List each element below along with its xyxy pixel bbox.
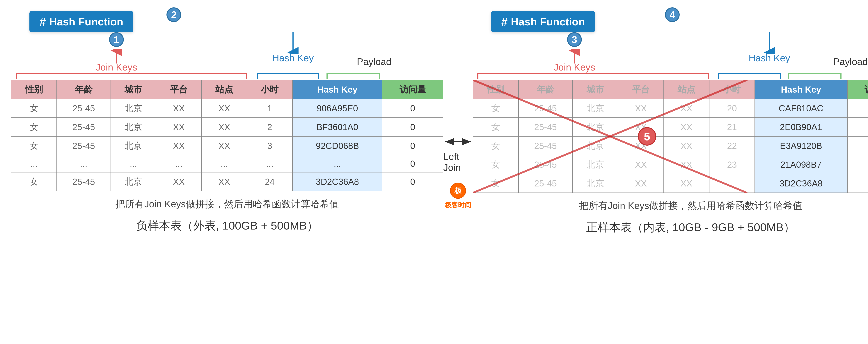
right-bottom-label: 正样本表（内表, 10GB - 9GB + 500MB） xyxy=(586,220,795,235)
left-table-cell: XX xyxy=(202,118,247,136)
middle-panel: Left Join 极 极客时间 xyxy=(443,7,473,228)
right-table-row: 女25-45北京XXXX20CAF810AC5289 xyxy=(473,99,868,118)
left-table-cell: 906A95E0 xyxy=(292,99,382,118)
left-table-cell: ... xyxy=(11,155,57,172)
right-table-cell: XX xyxy=(618,99,664,118)
left-table-cell: 女 xyxy=(11,99,57,118)
left-table-cell: 0 xyxy=(382,172,443,191)
right-table-cell: XX xyxy=(664,174,709,193)
left-payload-label: Payload xyxy=(357,56,392,67)
left-panel: # Hash Function 2 1 xyxy=(11,7,443,233)
right-table-cell: 25-45 xyxy=(519,99,572,118)
left-table-row: 女25-45北京XXXX243D2C36A80 xyxy=(11,172,443,191)
right-table-cell: XX xyxy=(664,155,709,174)
left-col-visits: 访问量 xyxy=(382,80,443,99)
left-hash-function-label: Hash Function xyxy=(49,16,123,28)
right-col-city: 城市 xyxy=(572,80,618,99)
left-table-cell: ... xyxy=(111,155,156,172)
left-table-cell: XX xyxy=(156,99,202,118)
step2-circle: 2 xyxy=(166,7,181,22)
right-table-wrapper: 性别 年龄 城市 平台 站点 小时 Hash Key 访问量 女25-45北京X… xyxy=(473,80,868,193)
left-table-cell: XX xyxy=(156,118,202,136)
right-col-gender: 性别 xyxy=(473,80,519,99)
left-table-cell: ... xyxy=(292,155,382,172)
left-caption: 把所有Join Keys做拼接，然后用哈希函数计算哈希值 xyxy=(116,198,339,210)
right-table-cell: 25-45 xyxy=(519,174,572,193)
main-container: # Hash Function 2 1 xyxy=(0,0,868,344)
right-table-cell: 北京 xyxy=(572,99,618,118)
left-table-row: 女25-45北京XXXX1906A95E00 xyxy=(11,99,443,118)
left-table-cell: ... xyxy=(247,155,292,172)
right-table-cell: 女 xyxy=(473,136,519,155)
left-table-cell: 92CD068B xyxy=(292,136,382,155)
left-table-cell: 0 xyxy=(382,155,443,172)
brand-area: 极 极客时间 xyxy=(445,182,471,210)
right-col-station: 站点 xyxy=(664,80,709,99)
left-table-header-row: 性别 年龄 城市 平台 站点 小时 Hash Key 访问量 xyxy=(11,80,443,99)
left-table-cell: ... xyxy=(156,155,202,172)
left-table-cell: XX xyxy=(156,136,202,155)
right-table-cell: XX xyxy=(618,155,664,174)
left-join-label: Left Join xyxy=(443,151,473,173)
right-table-cell: 1320 xyxy=(847,174,868,193)
right-table-cell: 3D2C36A8 xyxy=(755,174,847,193)
left-table-cell: XX xyxy=(202,136,247,155)
right-table-cell: 女 xyxy=(473,99,519,118)
right-col-platform: 平台 xyxy=(618,80,664,99)
right-hash-function-box: # Hash Function xyxy=(491,11,595,32)
left-col-gender: 性别 xyxy=(11,80,57,99)
right-table-cell: 女 xyxy=(473,118,519,136)
right-table-row: 女25-45北京XXXX212E0B90A16923 xyxy=(473,118,868,136)
right-table-cell: 北京 xyxy=(572,136,618,155)
left-table-cell: 25-45 xyxy=(57,118,111,136)
left-join-arrow xyxy=(443,136,473,147)
right-table-header-row: 性别 年龄 城市 平台 站点 小时 Hash Key 访问量 xyxy=(473,80,868,99)
right-table-cell: 25-45 xyxy=(519,136,572,155)
right-table-cell: 3123 xyxy=(847,155,868,174)
right-hash-icon: # xyxy=(501,15,507,28)
left-table-cell: 北京 xyxy=(111,99,156,118)
left-table-cell: 24 xyxy=(247,172,292,191)
down-arrow-svg xyxy=(287,32,299,54)
right-table-cell: 23 xyxy=(709,155,755,174)
left-col-age: 年龄 xyxy=(57,80,111,99)
right-hash-key-label: Hash Key xyxy=(749,53,790,63)
left-table-cell: ... xyxy=(202,155,247,172)
svg-text:极: 极 xyxy=(454,187,462,195)
right-table-cell: 20 xyxy=(709,99,755,118)
right-table-cell: 22 xyxy=(709,136,755,155)
left-table-cell: 3D2C36A8 xyxy=(292,172,382,191)
right-table-row: 女25-45北京XXXX2321A098B73123 xyxy=(473,155,868,174)
right-col-age: 年龄 xyxy=(519,80,572,99)
left-table-cell: 3 xyxy=(247,136,292,155)
left-table-cell: 2 xyxy=(247,118,292,136)
left-col-hour: 小时 xyxy=(247,80,292,99)
right-payload-label: Payload xyxy=(833,56,868,67)
left-table-cell: 北京 xyxy=(111,118,156,136)
left-table-row: .....................0 xyxy=(11,155,443,172)
left-table-cell: XX xyxy=(156,172,202,191)
brand-label: 极客时间 xyxy=(445,201,471,210)
left-col-hashkey: Hash Key xyxy=(292,80,382,99)
left-table-cell: 女 xyxy=(11,136,57,155)
right-caption: 把所有Join Keys做拼接，然后用哈希函数计算哈希值 xyxy=(579,199,802,212)
left-table-cell: 北京 xyxy=(111,136,156,155)
left-col-platform: 平台 xyxy=(156,80,202,99)
left-data-table: 性别 年龄 城市 平台 站点 小时 Hash Key 访问量 女25-45北京X… xyxy=(11,80,443,191)
right-col-visits: 访问量 xyxy=(847,80,868,99)
right-table-cell: 6923 xyxy=(847,118,868,136)
step1-circle: 1 xyxy=(109,32,124,47)
left-table-cell: 1 xyxy=(247,99,292,118)
right-join-keys-label: Join Keys xyxy=(554,62,595,73)
step3-circle: 3 xyxy=(567,32,582,47)
left-table-cell: XX xyxy=(202,172,247,191)
left-table-cell: 25-45 xyxy=(57,99,111,118)
left-hash-icon: # xyxy=(39,15,46,28)
left-col-city: 城市 xyxy=(111,80,156,99)
right-table-cell: 25-45 xyxy=(519,155,572,174)
right-table-cell: 女 xyxy=(473,155,519,174)
left-hash-key-label: Hash Key xyxy=(272,53,314,63)
right-table-cell: 北京 xyxy=(572,118,618,136)
right-table-cell: 25-45 xyxy=(519,118,572,136)
left-table-cell: ... xyxy=(57,155,111,172)
